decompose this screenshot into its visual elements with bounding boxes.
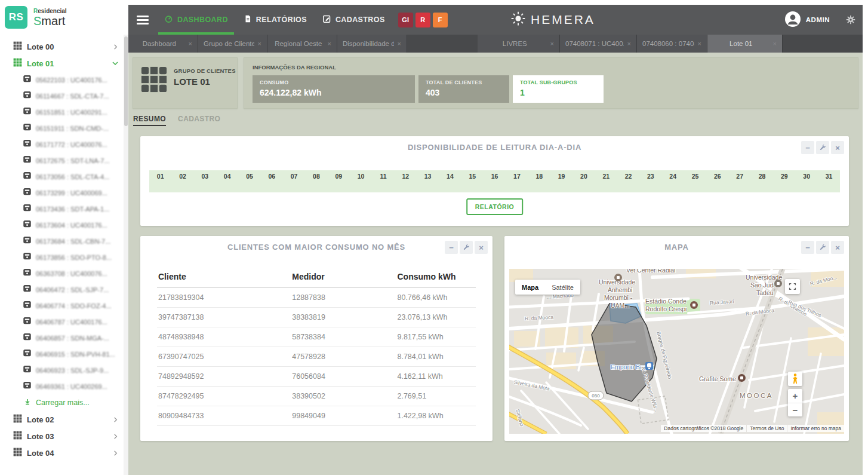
day-cell-27[interactable]: 27 [729, 170, 751, 192]
sidebar-meter-item[interactable]: 06173436 : SDT-APA-1... [0, 201, 128, 217]
map-type-satelite[interactable]: Satélite [545, 284, 580, 291]
nav-dashboard[interactable]: DASHBOARD [164, 5, 228, 35]
zoom-out-icon[interactable]: − [788, 403, 802, 416]
tab-resumo[interactable]: RESUMO [133, 115, 166, 126]
table-row[interactable]: 397473871383838381923.076,13 kWh [157, 308, 476, 327]
day-cell-22[interactable]: 22 [617, 170, 639, 192]
relatorio-button[interactable]: RELATÓRIO [466, 198, 524, 215]
day-cell-14[interactable]: 14 [439, 170, 461, 192]
day-cell-30[interactable]: 30 [796, 170, 818, 192]
sidebar-scrollbar-thumb[interactable] [124, 36, 128, 126]
table-row[interactable]: 67390747025475789288.784,01 kWh [157, 347, 476, 367]
day-cell-03[interactable]: 03 [194, 170, 216, 192]
sidebar-meter-item[interactable]: 06173299 : UC400069... [0, 185, 128, 201]
day-cell-26[interactable]: 26 [706, 170, 728, 192]
day-cell-31[interactable]: 31 [818, 170, 840, 192]
tab-close-icon[interactable]: × [550, 40, 554, 47]
sidebar-item-lote-00[interactable]: Lote 00 [0, 38, 128, 55]
sidebar-item-lote-04[interactable]: Lote 04 [0, 445, 128, 461]
day-cell-20[interactable]: 20 [572, 170, 595, 192]
close-icon[interactable]: × [475, 241, 488, 254]
sidebar-meter-item[interactable]: 06406923 : SDL-SJP-9... [0, 362, 128, 378]
transit-station-icon[interactable] [645, 362, 653, 370]
open-tab-regional-oeste[interactable]: Regional Oeste× [267, 35, 337, 53]
map-attribution-link[interactable]: Termos de Uso [747, 425, 787, 432]
table-row[interactable]: 74892948592760560844.162,11 kWh [157, 367, 476, 387]
open-tab-dashboard[interactable]: Dashboard× [128, 35, 198, 53]
google-map[interactable]: 050 Vet Center RadialUniversidadeAnhembi… [509, 269, 844, 434]
chevron-right-icon[interactable] [112, 416, 119, 423]
day-cell-18[interactable]: 18 [528, 170, 550, 192]
day-cell-19[interactable]: 19 [550, 170, 572, 192]
settings-gear-icon[interactable] [846, 15, 855, 27]
open-tab-livres[interactable]: LIVRES× [478, 35, 560, 53]
tab-close-icon[interactable]: × [698, 40, 701, 47]
sidebar-meter-item[interactable]: 06406915 : SDN-PVH-81... [0, 346, 128, 362]
tab-close-icon[interactable]: × [773, 40, 777, 47]
chevron-right-icon[interactable] [112, 450, 119, 456]
close-icon[interactable]: × [831, 241, 844, 254]
day-cell-25[interactable]: 25 [684, 170, 706, 192]
sidebar-meter-item[interactable]: 06406857 : SDN-MGA-... [0, 330, 128, 346]
user-menu[interactable]: ADMIN [785, 5, 830, 35]
open-tab-lote-01[interactable]: Lote 01× [707, 35, 783, 53]
sidebar-meter-item[interactable]: 06406787 : UC400176... [0, 314, 128, 330]
day-cell-07[interactable]: 07 [283, 170, 305, 192]
tab-close-icon[interactable]: × [258, 40, 261, 47]
day-cell-04[interactable]: 04 [216, 170, 238, 192]
day-cell-28[interactable]: 28 [751, 170, 773, 192]
open-tab-07408071-uc400-[interactable]: 07408071 : UC400...× [560, 35, 637, 53]
sidebar-meter-item[interactable]: 06173056 : SDL-CTA-4... [0, 168, 128, 185]
day-cell-02[interactable]: 02 [171, 170, 193, 192]
sidebar-meter-item[interactable]: 06363708 : UC400076... [0, 265, 128, 281]
day-cell-24[interactable]: 24 [662, 170, 684, 192]
sidebar-meter-item[interactable]: 06171772 : UC400076... [0, 136, 128, 152]
zoom-in-icon[interactable]: + [788, 389, 802, 403]
tab-close-icon[interactable]: × [398, 40, 401, 47]
module-badge-r[interactable]: R [415, 13, 430, 27]
day-cell-16[interactable]: 16 [484, 170, 506, 192]
chevron-right-icon[interactable] [112, 433, 119, 440]
sidebar-meter-item[interactable]: 06151911 : SDN-CMD-... [0, 120, 128, 136]
day-cell-08[interactable]: 08 [305, 170, 327, 192]
day-cell-12[interactable]: 12 [395, 170, 417, 192]
day-cell-05[interactable]: 05 [238, 170, 260, 192]
map-type-mapa[interactable]: Mapa [515, 284, 545, 291]
sidebar-meter-item[interactable]: 06172675 : SDT-LNA-7... [0, 152, 128, 168]
day-cell-29[interactable]: 29 [773, 170, 795, 192]
tab-close-icon[interactable]: × [328, 40, 331, 47]
minimize-icon[interactable]: − [445, 241, 458, 254]
sidebar-meter-item[interactable]: 06406472 : SDL-SJP-7... [0, 281, 128, 298]
map-poi-icon[interactable] [690, 301, 698, 309]
sidebar-meter-item[interactable]: 06173604 : UC400176... [0, 217, 128, 233]
chevron-down-icon[interactable] [112, 60, 119, 67]
module-badge-f[interactable]: F [433, 13, 448, 27]
sidebar-item-lote-03[interactable]: Lote 03 [0, 428, 128, 445]
minimize-icon[interactable]: − [801, 241, 814, 254]
table-row[interactable]: 80909484733998490491.422,98 kWh [157, 406, 476, 426]
day-cell-15[interactable]: 15 [461, 170, 484, 192]
tab-cadastro[interactable]: CADASTRO [178, 115, 220, 126]
tab-close-icon[interactable]: × [189, 40, 192, 47]
open-tab-07408060-074080-[interactable]: 07408060 : 074080...× [637, 35, 707, 53]
chevron-right-icon[interactable] [112, 44, 119, 50]
day-cell-01[interactable]: 01 [149, 170, 171, 192]
module-badge-gi[interactable]: GI [398, 13, 413, 27]
sidebar-meter-item[interactable]: 06114667 : SDL-CTA-7... [0, 88, 128, 104]
day-cell-09[interactable]: 09 [328, 170, 350, 192]
wrench-settings-icon[interactable] [816, 241, 829, 254]
sidebar-meter-item[interactable]: 06406774 : SDO-FOZ-4... [0, 298, 128, 314]
nav-relatorios[interactable]: RELATÓRIOS [244, 5, 307, 35]
sidebar-meter-item[interactable]: 06173856 : SDO-PTO-8... [0, 249, 128, 265]
sidebar-item-lote-02[interactable]: Lote 02 [0, 411, 128, 428]
sidebar-item-lote-01[interactable]: Lote 01 [0, 55, 128, 72]
map-attribution-link[interactable]: Informar erro no mapa [787, 425, 844, 432]
fullscreen-icon[interactable] [785, 279, 800, 294]
wrench-settings-icon[interactable] [460, 241, 473, 254]
minimize-icon[interactable]: − [801, 141, 814, 154]
sidebar-scrollbar[interactable] [124, 35, 128, 475]
map-poi-icon[interactable] [738, 374, 746, 382]
nav-cadastros[interactable]: CADASTROS [322, 5, 385, 35]
day-cell-06[interactable]: 06 [261, 170, 283, 192]
sidebar-meter-item[interactable]: 05622103 : UC400176... [0, 72, 128, 88]
